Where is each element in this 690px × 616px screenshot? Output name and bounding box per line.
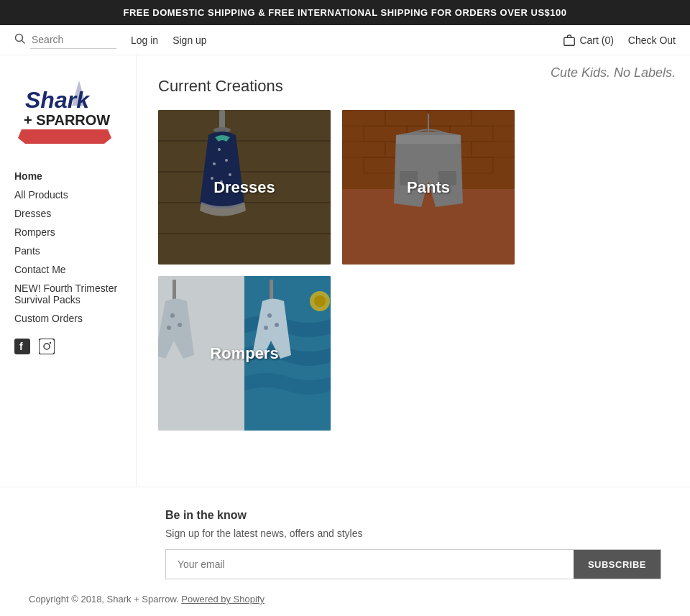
cart-icon — [563, 34, 576, 47]
instagram-icon[interactable] — [39, 339, 55, 358]
logo[interactable]: Shark + SPARROW — [14, 70, 115, 156]
pants-card-label: Pants — [342, 110, 515, 265]
newsletter-title: Be in the know — [165, 509, 661, 522]
sidebar: Shark + SPARROW Home All Products Dresse… — [0, 55, 137, 487]
checkout-link[interactable]: Check Out — [628, 35, 676, 46]
svg-text:+ SPARROW: + SPARROW — [24, 112, 110, 128]
svg-rect-2 — [564, 37, 574, 45]
sidebar-item-pants[interactable]: Pants — [14, 245, 121, 257]
site-footer: Be in the know Sign up for the latest ne… — [0, 487, 690, 616]
sidebar-item-contact[interactable]: Contact Me — [14, 264, 121, 275]
cart-link[interactable]: Cart (0) — [563, 34, 613, 47]
footer-copyright: Copyright © 2018, Shark + Sparrow. Power… — [14, 579, 676, 612]
rompers-card-label: Rompers — [158, 276, 331, 431]
auth-links: Log in Sign up — [131, 35, 207, 46]
main-layout: Shark + SPARROW Home All Products Dresse… — [0, 55, 690, 487]
main-content: Current Creations — [137, 55, 690, 487]
svg-text:f: f — [19, 341, 23, 352]
sidebar-item-custom-orders[interactable]: Custom Orders — [14, 313, 121, 324]
login-link[interactable]: Log in — [131, 35, 158, 46]
search-icon[interactable] — [14, 33, 26, 47]
logo-area: Shark + SPARROW — [14, 70, 121, 156]
svg-rect-8 — [39, 339, 55, 354]
newsletter-subtitle: Sign up for the latest news, offers and … — [165, 528, 661, 539]
product-grid: Dresses — [158, 110, 668, 431]
product-card-rompers[interactable]: Rompers — [158, 276, 331, 431]
sidebar-item-all-products[interactable]: All Products — [14, 189, 121, 201]
svg-point-0 — [16, 35, 23, 42]
sidebar-item-home[interactable]: Home — [14, 170, 121, 182]
powered-by-shopify-link[interactable]: Powered by Shopify — [181, 594, 264, 604]
newsletter-section: Be in the know Sign up for the latest ne… — [14, 509, 676, 579]
signup-link[interactable]: Sign up — [172, 35, 206, 46]
svg-point-9 — [44, 344, 50, 349]
sidebar-navigation: Home All Products Dresses Rompers Pants … — [14, 170, 121, 324]
product-card-dresses[interactable]: Dresses — [158, 110, 331, 265]
svg-line-1 — [22, 41, 25, 44]
product-card-pants[interactable]: Pants — [342, 110, 515, 265]
email-input[interactable] — [166, 550, 574, 579]
section-title: Current Creations — [158, 77, 668, 96]
header-right: Cart (0) Check Out — [563, 34, 676, 47]
facebook-icon[interactable]: f — [14, 339, 30, 358]
promo-banner: FREE DOMESTIC SHIPPING & FREE INTERNATIO… — [0, 0, 690, 25]
sidebar-item-dresses[interactable]: Dresses — [14, 208, 121, 219]
sidebar-item-fourth-trimester[interactable]: NEW! Fourth Trimester Survival Packs — [14, 282, 121, 305]
subscribe-button[interactable]: SUBSCRIBE — [574, 550, 661, 579]
sidebar-item-rompers[interactable]: Rompers — [14, 226, 121, 238]
email-form: SUBSCRIBE — [165, 549, 661, 579]
search-input[interactable] — [30, 31, 116, 49]
site-header: Log in Sign up Cart (0) Check Out Cute K… — [0, 25, 690, 55]
svg-point-10 — [50, 342, 51, 344]
search-area — [14, 31, 116, 49]
dresses-card-label: Dresses — [158, 110, 331, 265]
logo-image: Shark + SPARROW — [18, 73, 111, 152]
social-links: f — [14, 339, 121, 358]
